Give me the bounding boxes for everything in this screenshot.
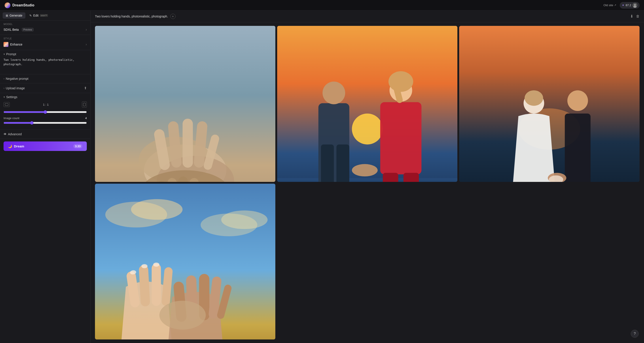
svg-point-36	[352, 164, 378, 176]
image-card-3[interactable]	[459, 26, 640, 182]
svg-rect-35	[403, 173, 419, 182]
svg-rect-31	[336, 145, 349, 182]
upload-chevron-icon: ›	[4, 87, 4, 90]
avatar	[632, 3, 637, 8]
prompt-header-bar: Two lovers holding hands, photorealistic…	[90, 11, 644, 22]
image-1-preview	[95, 26, 276, 182]
landscape-aspect-icon[interactable]	[4, 102, 10, 107]
svg-point-47	[567, 90, 588, 111]
upload-image-label: Upload image	[6, 86, 25, 90]
svg-point-46	[525, 90, 543, 106]
external-link-icon: ↗	[614, 4, 616, 7]
prompt-input[interactable]: Two lovers holding hands, photorealistic…	[4, 58, 87, 71]
logo-icon	[4, 2, 10, 9]
style-name: Enhance	[10, 43, 22, 46]
trash-icon: 🗑	[636, 14, 640, 18]
add-icon: +	[172, 15, 174, 18]
prompt-section: ▾ Prompt Two lovers holding hands, photo…	[0, 50, 90, 74]
edit-icon: ✎	[29, 14, 32, 17]
credits-badge[interactable]: ✦ 87.2	[620, 2, 640, 9]
topnav-right: Old site ↗ ✦ 87.2	[604, 2, 640, 9]
svg-rect-15	[183, 119, 193, 168]
prompt-section-label: Prompt	[6, 52, 16, 56]
credits-value: 87.2	[626, 4, 631, 7]
settings-label: Settings	[6, 95, 18, 99]
svg-rect-48	[565, 114, 591, 182]
model-section: Model SDXL Beta Preview ›	[0, 21, 90, 35]
advanced-label: Advanced	[8, 132, 22, 136]
svg-rect-8	[83, 103, 86, 106]
main-content: Two lovers holding hands, photorealistic…	[90, 11, 644, 343]
aspect-ratio-value: 1 : 1	[43, 103, 48, 106]
image-count-slider[interactable]	[4, 121, 87, 125]
image-card-2[interactable]	[277, 26, 458, 182]
svg-rect-24	[277, 26, 458, 182]
portrait-aspect-icon[interactable]	[82, 101, 87, 108]
model-chevron-icon: ›	[86, 28, 87, 32]
prompt-header-toggle[interactable]: ▾ Prompt	[4, 52, 87, 56]
aspect-icons-right	[82, 101, 87, 108]
aspect-icons	[4, 102, 10, 107]
settings-toggle[interactable]: ▾ Settings	[4, 95, 87, 99]
svg-point-57	[221, 210, 268, 229]
grid-icon: ⊞	[6, 14, 8, 17]
negative-prompt-row[interactable]: › Negative prompt	[0, 74, 90, 83]
model-preview-badge: Preview	[22, 28, 34, 31]
star-icon: ✦	[622, 4, 624, 7]
aspect-ratio-row: 1 : 1	[4, 101, 87, 108]
svg-point-37	[388, 71, 413, 92]
download-button[interactable]: ⬇	[630, 14, 634, 19]
old-site-link[interactable]: Old site ↗	[604, 4, 616, 7]
style-icon	[4, 42, 8, 47]
style-section: Style	[0, 35, 90, 50]
image-card-1[interactable]	[95, 26, 276, 182]
svg-point-55	[131, 199, 182, 219]
svg-point-69	[141, 264, 148, 268]
svg-rect-34	[383, 173, 398, 182]
svg-point-29	[322, 82, 345, 104]
dream-button[interactable]: 🌙 Dream 3.33	[4, 141, 87, 151]
soon-badge: soon™	[40, 14, 48, 17]
prompt-chevron-icon: ▾	[4, 53, 5, 56]
prompt-header-right: ⬇ 🗑	[630, 14, 640, 19]
settings-section: ▾ Settings 1 : 1	[0, 93, 90, 130]
image-card-4[interactable]	[95, 184, 276, 340]
style-label: Style	[4, 37, 87, 40]
eye-icon: 👁	[4, 132, 7, 136]
add-to-prompt-button[interactable]: +	[170, 14, 176, 19]
svg-point-25	[352, 114, 383, 145]
tab-edit[interactable]: ✎ Edit soon™	[26, 12, 51, 19]
dream-cost: 3.33	[73, 144, 82, 148]
dream-label: Dream	[14, 144, 24, 148]
svg-rect-27	[277, 178, 458, 182]
svg-rect-60	[152, 263, 161, 306]
prompt-header-left: Two lovers holding hands, photorealistic…	[95, 14, 176, 19]
image-3-preview	[459, 26, 640, 182]
top-navigation: DreamStudio Old site ↗ ✦ 87.2	[0, 0, 644, 11]
upload-icon-button[interactable]: ⬆	[84, 86, 87, 90]
tab-generate[interactable]: ⊞ Generate	[3, 12, 26, 19]
logo-area: DreamStudio	[4, 2, 604, 9]
image-grid	[90, 22, 644, 343]
delete-button[interactable]: 🗑	[636, 14, 640, 18]
model-label: Model	[4, 23, 87, 26]
dream-button-left: 🌙 Dream	[8, 144, 24, 148]
help-button[interactable]: ?	[631, 330, 639, 338]
upload-image-row[interactable]: › Upload image ⬆	[0, 83, 90, 93]
aspect-ratio-slider[interactable]	[4, 110, 87, 114]
download-icon: ⬇	[630, 14, 634, 19]
question-icon: ?	[634, 332, 636, 336]
svg-point-6	[5, 44, 7, 45]
upload-arrow-icon: ⬆	[84, 86, 87, 90]
advanced-row[interactable]: 👁 Advanced	[0, 130, 90, 139]
main-layout: ⊞ Generate ✎ Edit soon™ Model SDXL Beta …	[0, 11, 644, 343]
negative-prompt-label: Negative prompt	[6, 77, 28, 81]
tab-generate-label: Generate	[10, 14, 22, 17]
image-count-label: Image count	[4, 117, 20, 120]
prompt-display-text: Two lovers holding hands, photorealistic…	[95, 15, 168, 18]
model-row[interactable]: SDXL Beta Preview ›	[4, 27, 87, 33]
settings-chevron-icon: ▾	[4, 96, 5, 99]
svg-rect-7	[5, 103, 8, 106]
style-row[interactable]: Enhance ›	[4, 41, 87, 48]
image-4-preview	[95, 184, 276, 340]
